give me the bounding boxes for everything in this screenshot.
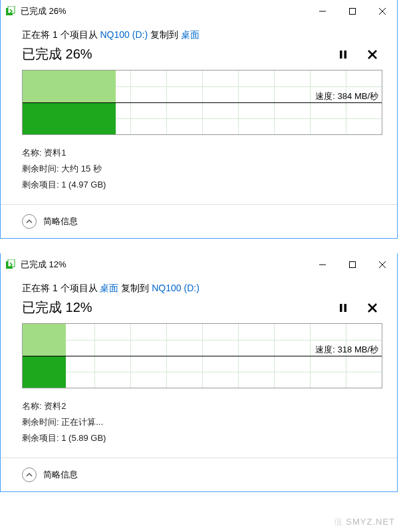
progress-midline bbox=[23, 102, 382, 103]
svg-rect-6 bbox=[340, 51, 342, 59]
progress-fill-bottom bbox=[23, 103, 116, 134]
window-title: 已完成 26% bbox=[21, 5, 66, 17]
copy-dest-link[interactable]: 桌面 bbox=[181, 29, 200, 40]
dialog-content: 正在将 1 个项目从 NQ100 (D:) 复制到 桌面 已完成 26% 速度:… bbox=[1, 23, 397, 204]
watermark: 值 SMYZ.NET bbox=[334, 516, 395, 528]
collapse-button[interactable] bbox=[22, 467, 37, 482]
close-button[interactable] bbox=[367, 255, 397, 275]
status-row: 已完成 12% bbox=[22, 299, 382, 317]
info-name: 名称: 资料1 bbox=[22, 147, 382, 159]
transfer-controls bbox=[338, 303, 377, 313]
minimize-button[interactable] bbox=[307, 255, 337, 275]
titlebar: 已完成 26% bbox=[1, 0, 397, 23]
copy-description: 正在将 1 个项目从 桌面 复制到 NQ100 (D:) bbox=[22, 283, 382, 295]
maximize-button[interactable] bbox=[337, 1, 367, 21]
dialog-footer: 简略信息 bbox=[1, 458, 397, 491]
info-name: 名称: 资料2 bbox=[22, 400, 382, 412]
speed-value: 384 MB/秒 bbox=[338, 91, 378, 101]
copy-dialog-1: 已完成 26% 正在将 1 个项目从 NQ100 (D:) 复制到 桌面 已完成… bbox=[0, 0, 398, 239]
progress-fill-top bbox=[23, 70, 116, 102]
progress-fill-top bbox=[23, 324, 66, 356]
copy-progress-icon bbox=[6, 259, 17, 270]
info-time: 剩余时间: 大约 15 秒 bbox=[22, 163, 382, 175]
minimize-button[interactable] bbox=[307, 1, 337, 21]
copy-description: 正在将 1 个项目从 NQ100 (D:) 复制到 桌面 bbox=[22, 29, 382, 41]
pause-button[interactable] bbox=[338, 49, 348, 60]
cancel-button[interactable] bbox=[368, 303, 377, 313]
progress-midline bbox=[23, 356, 382, 356]
svg-rect-7 bbox=[344, 51, 347, 59]
progress-chart: 速度: 318 MB/秒 bbox=[22, 323, 382, 388]
copy-source-link[interactable]: 桌面 bbox=[100, 283, 118, 293]
progress-chart: 速度: 384 MB/秒 bbox=[22, 70, 382, 135]
svg-rect-17 bbox=[344, 304, 347, 312]
copy-dest-link[interactable]: NQ100 (D:) bbox=[152, 283, 200, 293]
speed-label: 速度: 318 MB/秒 bbox=[315, 344, 378, 356]
footer-label[interactable]: 简略信息 bbox=[43, 215, 78, 227]
info-time: 剩余时间: 正在计算... bbox=[22, 416, 382, 428]
speed-value: 318 MB/秒 bbox=[338, 344, 378, 354]
status-row: 已完成 26% bbox=[22, 45, 382, 63]
copy-progress-icon bbox=[6, 6, 17, 17]
copy-source-link[interactable]: NQ100 (D:) bbox=[100, 29, 148, 40]
cancel-button[interactable] bbox=[368, 49, 377, 60]
copy-mid: 复制到 bbox=[148, 29, 181, 40]
svg-rect-13 bbox=[349, 262, 355, 268]
copy-prefix: 正在将 1 个项目从 bbox=[22, 29, 100, 40]
progress-fill-bottom bbox=[23, 356, 66, 388]
collapse-button[interactable] bbox=[22, 214, 37, 229]
status-text: 已完成 12% bbox=[22, 299, 92, 317]
titlebar: 已完成 12% bbox=[1, 253, 397, 276]
pause-button[interactable] bbox=[338, 303, 348, 313]
info-items: 剩余项目: 1 (4.97 GB) bbox=[22, 179, 382, 191]
transfer-controls bbox=[338, 49, 377, 60]
window-title: 已完成 12% bbox=[21, 259, 66, 271]
svg-rect-16 bbox=[340, 304, 342, 312]
speed-label: 速度: 384 MB/秒 bbox=[315, 90, 378, 102]
copy-prefix: 正在将 1 个项目从 bbox=[22, 283, 100, 293]
svg-rect-3 bbox=[349, 9, 355, 15]
info-items: 剩余项目: 1 (5.89 GB) bbox=[22, 432, 382, 444]
dialog-footer: 简略信息 bbox=[1, 204, 397, 238]
close-button[interactable] bbox=[367, 1, 397, 21]
dialog-content: 正在将 1 个项目从 桌面 复制到 NQ100 (D:) 已完成 12% 速度:… bbox=[1, 276, 397, 458]
maximize-button[interactable] bbox=[337, 255, 367, 275]
footer-label[interactable]: 简略信息 bbox=[43, 469, 78, 481]
copy-dialog-2: 已完成 12% 正在将 1 个项目从 桌面 复制到 NQ100 (D:) 已完成… bbox=[0, 253, 398, 492]
copy-mid: 复制到 bbox=[118, 283, 152, 293]
status-text: 已完成 26% bbox=[22, 45, 92, 63]
